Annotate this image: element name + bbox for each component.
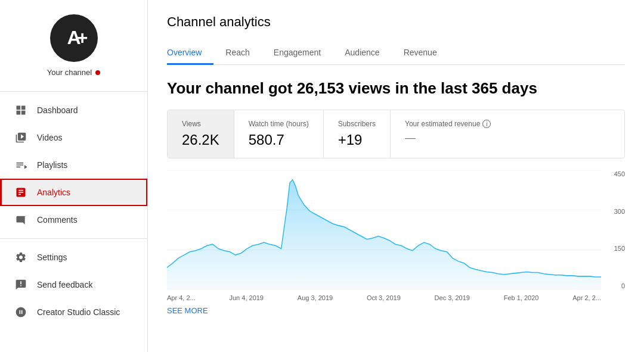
settings-icon — [14, 251, 27, 264]
y-label-0: 0 — [603, 282, 625, 289]
x-label-1: Jun 4, 2019 — [230, 294, 264, 301]
classic-icon — [14, 306, 27, 319]
channel-status-dot — [95, 70, 100, 75]
playlist-icon — [14, 158, 27, 172]
feedback-icon — [14, 278, 27, 291]
y-label-300: 300 — [603, 208, 625, 215]
stat-watch-time-value: 580.7 — [249, 132, 309, 148]
sidebar-item-label-playlists: Playlists — [37, 160, 133, 170]
sidebar-item-playlists[interactable]: Playlists — [0, 151, 147, 179]
tab-revenue[interactable]: Revenue — [401, 42, 449, 65]
analytics-icon — [14, 186, 27, 199]
sidebar-item-creator-studio[interactable]: Creator Studio Classic — [0, 298, 147, 326]
chart-svg-area — [167, 170, 601, 289]
channel-info: A + Your channel — [0, 0, 147, 86]
stat-revenue-value: — — [405, 132, 610, 144]
sidebar-item-dashboard[interactable]: Dashboard — [0, 96, 147, 124]
sidebar: A + Your channel Dashboard Videos Playli… — [0, 0, 148, 352]
sidebar-item-settings[interactable]: Settings — [0, 244, 147, 271]
channel-name-row: Your channel — [47, 68, 100, 77]
dashboard-icon — [14, 104, 27, 117]
sidebar-item-analytics[interactable]: Analytics — [0, 179, 147, 206]
main-content: Channel analytics Overview Reach Engagem… — [148, 0, 644, 352]
analytics-tabs: Overview Reach Engagement Audience Reven… — [167, 42, 625, 65]
x-label-4: Dec 3, 2019 — [435, 294, 470, 301]
stat-revenue-label: Your estimated revenue i — [405, 120, 610, 128]
stat-subscribers-value: +19 — [338, 132, 376, 148]
summary-headline: Your channel got 26,153 views in the las… — [167, 79, 625, 98]
avatar: A + — [50, 14, 98, 62]
y-label-450: 450 — [603, 170, 625, 177]
x-label-6: Apr 2, 2... — [572, 294, 601, 301]
x-label-0: Apr 4, 2... — [167, 294, 196, 301]
chart-x-labels: Apr 4, 2... Jun 4, 2019 Aug 3, 2019 Oct … — [167, 294, 601, 301]
sidebar-item-label-creator-studio: Creator Studio Classic — [37, 307, 133, 317]
page-title: Channel analytics — [167, 14, 625, 30]
analytics-chart: 450 300 150 0 Apr 4, 2... Jun 4, 2019 Au… — [167, 170, 625, 301]
stat-subscribers: Subscribers +19 — [324, 110, 391, 158]
sidebar-item-label-send-feedback: Send feedback — [37, 280, 133, 289]
sidebar-item-label-comments: Comments — [37, 215, 133, 225]
y-label-150: 150 — [603, 245, 625, 252]
sidebar-item-label-analytics: Analytics — [37, 188, 133, 197]
tab-reach[interactable]: Reach — [223, 42, 261, 65]
see-more-button[interactable]: SEE MORE — [167, 306, 208, 315]
tab-overview[interactable]: Overview — [167, 42, 213, 65]
sidebar-item-label-dashboard: Dashboard — [37, 105, 133, 115]
x-label-3: Oct 3, 2019 — [367, 294, 401, 301]
video-icon — [14, 131, 27, 144]
sidebar-divider — [0, 91, 147, 92]
sidebar-item-comments[interactable]: Comments — [0, 206, 147, 233]
stat-watch-time-label: Watch time (hours) — [249, 120, 309, 128]
revenue-info-icon: i — [482, 120, 491, 128]
stat-views-value: 26.2K — [182, 132, 219, 148]
sidebar-item-label-videos: Videos — [37, 133, 133, 142]
chart-y-labels: 450 300 150 0 — [603, 170, 625, 301]
sidebar-item-send-feedback[interactable]: Send feedback — [0, 271, 147, 298]
x-label-5: Feb 1, 2020 — [504, 294, 539, 301]
stat-views-label: Views — [182, 120, 219, 128]
sidebar-item-videos[interactable]: Videos — [0, 124, 147, 151]
tab-engagement[interactable]: Engagement — [271, 42, 333, 65]
sidebar-divider-2 — [0, 238, 147, 239]
comment-icon — [14, 213, 27, 226]
x-label-2: Aug 3, 2019 — [298, 294, 333, 301]
stat-views: Views 26.2K — [168, 110, 234, 158]
svg-text:+: + — [76, 27, 88, 48]
stat-watch-time: Watch time (hours) 580.7 — [234, 110, 324, 158]
channel-name-label: Your channel — [47, 68, 92, 77]
sidebar-item-label-settings: Settings — [37, 253, 133, 262]
tab-audience[interactable]: Audience — [342, 42, 391, 65]
stats-bar: Views 26.2K Watch time (hours) 580.7 Sub… — [167, 110, 625, 158]
stat-revenue: Your estimated revenue i — — [391, 110, 624, 158]
stat-subscribers-label: Subscribers — [338, 120, 376, 128]
